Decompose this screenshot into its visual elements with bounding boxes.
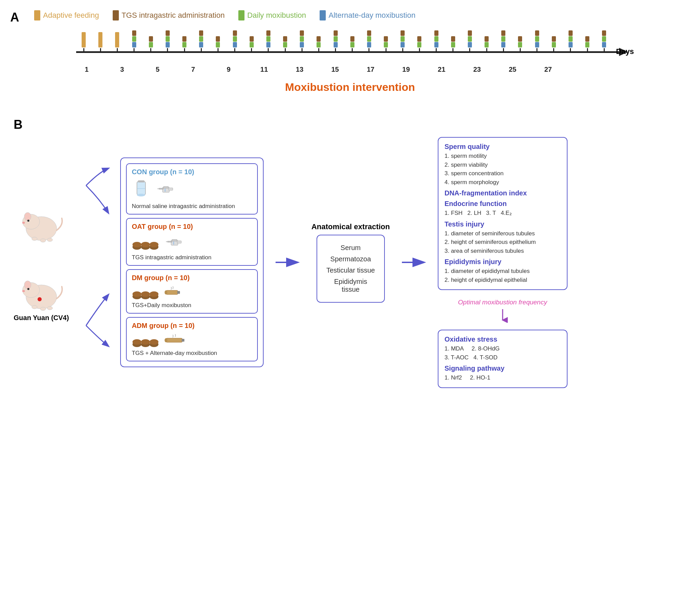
arrows-bottom-mouse <box>83 271 110 367</box>
syringe-icon-con <box>156 180 174 199</box>
group-dm-icons <box>132 285 252 300</box>
tick-group-4 <box>149 36 153 53</box>
panel-a: A Adaptive feeding TGS intragastric admi… <box>7 7 693 104</box>
svg-rect-55 <box>182 339 184 342</box>
day-num-25: 25 <box>509 66 516 73</box>
svg-point-16 <box>38 297 42 301</box>
svg-rect-36 <box>168 241 172 242</box>
svg-point-47 <box>165 290 167 294</box>
svg-point-53 <box>150 339 158 345</box>
group-oat: OAT group (n = 10) <box>126 218 258 266</box>
tick-group-17 <box>367 30 371 53</box>
tick-group-0 <box>82 32 86 53</box>
svg-rect-23 <box>169 188 173 190</box>
group-con-icons <box>132 179 252 201</box>
results-signaling-items: 1. Nrf2 2. HO-1 <box>445 373 561 382</box>
legend-color-3 <box>320 10 326 20</box>
svg-rect-18 <box>138 180 144 182</box>
day-num-17: 17 <box>367 66 374 73</box>
svg-rect-38 <box>173 242 174 245</box>
svg-rect-24 <box>159 188 163 189</box>
group-adm-desc: TGS + Alternate-day moxibustion <box>132 350 252 357</box>
timeline-ticks <box>76 31 613 53</box>
results-epididymis-title: Epididymis injury <box>445 258 561 266</box>
day-num-19: 19 <box>402 66 410 73</box>
svg-point-32 <box>150 242 158 247</box>
svg-point-28 <box>132 242 141 247</box>
day-num-15: 15 <box>331 66 339 73</box>
tick-group-7 <box>199 30 203 53</box>
tick-group-24 <box>485 36 489 53</box>
tick-group-29 <box>569 30 573 53</box>
tick-group-16 <box>350 36 354 53</box>
svg-rect-20 <box>137 188 145 189</box>
group-oat-desc: TGS intragastric administration <box>132 254 252 261</box>
group-oat-icons <box>132 233 252 252</box>
tick-group-20 <box>417 36 421 53</box>
group-dm-title: DM group (n = 10) <box>132 274 252 282</box>
tick-group-15 <box>334 30 338 53</box>
mouse-cv4: Guan Yuan (CV4) <box>14 271 69 322</box>
groups-box: CON group (n = 10) <box>120 157 264 367</box>
arrow-to-results <box>400 254 428 271</box>
day-num-5: 5 <box>156 66 159 73</box>
arrow-to-extraction <box>274 254 301 271</box>
day-num-9: 9 <box>227 66 230 73</box>
tick-group-30 <box>585 36 589 53</box>
tick-group-3 <box>132 30 136 53</box>
svg-rect-46 <box>177 291 180 294</box>
legend-item-0: Adaptive feeding <box>34 10 99 20</box>
tick-group-1 <box>98 32 102 53</box>
tick-group-22 <box>451 36 455 53</box>
legend-item-3: Alternate-day moxibustion <box>320 10 415 20</box>
legend-color-1 <box>113 10 119 20</box>
results-testis-items: 1. diameter of seminiferous tubules 2. h… <box>445 229 561 256</box>
tick-group-13 <box>300 30 304 53</box>
svg-point-4 <box>22 222 25 224</box>
svg-point-49 <box>132 339 141 345</box>
tick-group-26 <box>518 36 522 53</box>
arrow-extraction-results <box>400 254 428 271</box>
timeline-container: Days 13579111315171921232527 Moxibustion… <box>14 27 686 97</box>
group-oat-title: OAT group (n = 10) <box>132 223 252 231</box>
svg-point-30 <box>141 242 150 247</box>
tick-group-9 <box>233 30 237 53</box>
results-sperm-quality-items: 1. sperm motility 2. sperm viability 3. … <box>445 152 561 187</box>
extraction-box: Serum Spermatozoa Testicular tissue Epid… <box>317 235 385 303</box>
pills-icon-dm <box>132 285 159 300</box>
legend-label-3: Alternate-day moxibustion <box>328 11 415 20</box>
results-sperm-quality-title: Sperm quality <box>445 143 561 151</box>
svg-point-19 <box>137 194 145 196</box>
moxa-icon-adm <box>164 334 186 346</box>
svg-point-7 <box>47 238 53 242</box>
syringe-icon-oat <box>164 233 183 252</box>
svg-point-51 <box>141 339 150 345</box>
day-num-7: 7 <box>191 66 195 73</box>
moxibustion-title: Moxibustion intervention <box>285 81 415 94</box>
legend: Adaptive feeding TGS intragastric admini… <box>14 10 686 20</box>
anatomical-label: Anatomical extraction <box>311 222 390 231</box>
day-num-23: 23 <box>473 66 481 73</box>
legend-color-2 <box>238 10 244 20</box>
svg-rect-34 <box>172 239 177 241</box>
panel-b: B <box>7 114 693 391</box>
day-numbers: 13579111315171921232527 <box>66 66 634 78</box>
pills-icon-adm <box>132 332 159 348</box>
svg-point-40 <box>132 291 141 297</box>
day-num-3: 3 <box>120 66 124 73</box>
tick-group-23 <box>468 30 472 53</box>
svg-point-2 <box>24 212 31 221</box>
tick-group-25 <box>501 30 505 53</box>
group-con-title: CON group (n = 10) <box>132 168 252 176</box>
vial-icon <box>132 179 151 201</box>
results-column: Sperm quality 1. sperm motility 2. sperm… <box>438 137 568 388</box>
legend-color-0 <box>34 10 40 20</box>
group-adm-title: ADM group (n = 10) <box>132 322 252 330</box>
tick-group-19 <box>401 30 405 53</box>
results-endocrine-items: 1. FSH 2. LH 3. T 4.E₂ <box>445 209 561 218</box>
group-adm-icons <box>132 332 252 348</box>
optimal-section: Optimal moxibustion frequency <box>438 297 568 323</box>
svg-point-56 <box>165 338 167 342</box>
mouse-normal <box>17 203 65 244</box>
panel-b-label: B <box>14 118 686 132</box>
